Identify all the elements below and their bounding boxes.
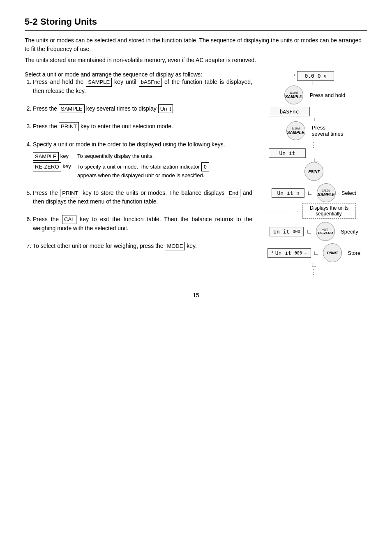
diag-section-6: ° Un it 000 ← ∟ PRINT Store ∟ ⋮	[261, 243, 367, 273]
key-table: SAMPLE key To sequentially display the u…	[33, 152, 252, 180]
screen-2: bASFnc	[269, 107, 310, 116]
title-divider	[25, 30, 367, 31]
left-column: Select a unit or mode and arrange the se…	[25, 71, 252, 275]
print-key-2: PRINT	[60, 189, 80, 198]
step5-text: Press the PRINT key to store the units o…	[33, 190, 252, 205]
select-intro: Select a unit or mode and arrange the se…	[25, 71, 252, 78]
screen-4: Un it g	[272, 188, 304, 198]
btn-main-3: SAMPLE	[318, 192, 335, 197]
arrow-down-4: ∟	[306, 228, 312, 235]
label-press-2: Press	[312, 125, 344, 131]
diag-section-1: ° 0.0 0 g ∟ 1/10d SAMPLE Press and hold	[261, 71, 367, 104]
step-3: Press the PRINT key to enter the unit se…	[33, 122, 252, 131]
diag-section-2: bASFnc ∟ 1/10d SAMPLE Press several time…	[261, 107, 367, 146]
step6-text: Press the CAL key to exit the function t…	[33, 216, 252, 231]
sample-key-desc: To sequentially display the units.	[77, 152, 252, 161]
screen3-text: Un it	[279, 150, 295, 156]
print-btn-2[interactable]: PRINT	[323, 243, 342, 262]
sample-key-2: SAMPLE	[59, 104, 85, 113]
step7-text: To select other unit or mode for weighin…	[33, 243, 197, 249]
rezero-key-cell: RE-ZERO key	[33, 162, 74, 180]
sample-key-1: SAMPLE	[86, 78, 112, 87]
sample-key-label: SAMPLE	[33, 152, 59, 161]
end-display: End	[227, 189, 240, 198]
sample-btn-2[interactable]: 1/10d SAMPLE	[286, 121, 305, 140]
label-select: Select	[341, 190, 356, 196]
screen6-text: Un it	[275, 250, 291, 256]
sample-btn-3[interactable]: 1/10d SAMPLE	[317, 183, 336, 202]
screen-6: ° Un it 000 ←	[267, 248, 311, 258]
step4-text: Specify a unit or mode in the order to b…	[33, 141, 225, 148]
btn-main-print-2: PRINT	[327, 251, 338, 255]
screen6-disp: 000	[295, 251, 302, 255]
screen1-unit: g	[324, 74, 327, 78]
btn-main-print-1: PRINT	[309, 169, 320, 173]
step-6: Press the CAL key to exit the function t…	[33, 215, 252, 233]
screen1-text: 0.0 0	[304, 73, 321, 79]
screen4-unit: g	[297, 191, 299, 195]
print-btn-1[interactable]: PRINT	[304, 162, 323, 181]
unit-display: Un it	[158, 104, 173, 113]
print-key-1: PRINT	[59, 122, 79, 131]
arrow-2: ∟	[309, 117, 319, 121]
arrow-right-1: ∟	[307, 190, 313, 196]
right-column: ° 0.0 0 g ∟ 1/10d SAMPLE Press and hold	[261, 71, 367, 275]
select-note: Displays the units sequentially.	[302, 203, 356, 219]
basfnc-display: bASFnc	[139, 78, 162, 87]
arrow-down-5: ∟	[314, 250, 319, 256]
step-7: To select other unit or mode for weighin…	[33, 242, 252, 251]
btn-main-rz: RE-ZERO	[318, 231, 333, 235]
screen2-text: bASFnc	[280, 109, 299, 115]
sample-btn-1[interactable]: 1/10d SAMPLE	[284, 86, 303, 104]
rezero-desc2: appears when the displayed unit or mode …	[77, 172, 204, 178]
screen5-disp: 000	[293, 229, 300, 234]
label-press-hold: Press and hold	[310, 92, 346, 98]
label-specify: Specify	[341, 229, 358, 235]
screen4-text: Un it	[277, 190, 293, 196]
sample-key-cell: SAMPLE key	[33, 152, 74, 161]
screen-3: Un it	[269, 148, 306, 158]
indicator-o: O	[204, 163, 207, 171]
rezero-key-desc: To specify a unit or mode. The stabiliza…	[77, 162, 252, 180]
diag-section-3: Un it ∟ PRINT	[261, 148, 367, 181]
intro-text-2: The units stored are maintained in non-v…	[25, 56, 367, 65]
page-number: 15	[25, 292, 367, 298]
rezero-desc1: To specify a unit or mode. The stabiliza…	[77, 164, 200, 170]
step-1: Press and hold the SAMPLE key until bASF…	[33, 78, 252, 95]
btn-main-1: SAMPLE	[285, 95, 302, 99]
step-4: Specify a unit or mode in the order to b…	[33, 140, 252, 180]
btn-top-rz: +0/T-	[322, 228, 329, 231]
btn-top-2: 1/10d	[291, 127, 300, 130]
label-store: Store	[348, 250, 360, 256]
label-several: several times	[312, 131, 344, 137]
diag-section-4: Un it g ∟ 1/10d SAMPLE Select → Displays…	[261, 183, 367, 220]
degree-1: °	[294, 74, 295, 78]
arrow-6: ∟	[261, 262, 367, 267]
screen-5: Un it 000	[270, 227, 304, 236]
arrow-3: ∟	[309, 158, 319, 162]
diag-section-5: Un it 000 ∟ +0/T- RE-ZERO Specify	[261, 222, 367, 241]
step1-text1: Press and hold the SAMPLE key until bASF…	[33, 79, 252, 94]
page-title: 5-2 Storing Units	[25, 16, 367, 27]
degree-2: °	[271, 251, 274, 255]
stab-indicator: O	[201, 162, 209, 171]
screen6-arrow: ←	[304, 250, 307, 256]
step-2: Press the SAMPLE key several times to di…	[33, 104, 252, 113]
screen5-text: Un it	[273, 229, 289, 235]
main-layout: Select a unit or mode and arrange the se…	[25, 71, 367, 275]
btn-top-1: 1/10d	[289, 91, 297, 95]
mode-key: MODE	[165, 242, 185, 251]
step2-text: Press the SAMPLE key several times to di…	[33, 105, 175, 112]
dots-1: ⋮	[310, 140, 318, 146]
arrow-1: ∟	[261, 81, 367, 86]
dots-2: ⋮	[310, 267, 318, 273]
steps-list: Press and hold the SAMPLE key until bASF…	[25, 78, 252, 250]
cal-key: CAL	[62, 215, 76, 224]
diagram: ° 0.0 0 g ∟ 1/10d SAMPLE Press and hold	[261, 71, 367, 275]
btn-top-3: 1/10d	[322, 189, 330, 192]
rezero-btn[interactable]: +0/T- RE-ZERO	[316, 222, 335, 241]
rezero-key-label: RE-ZERO	[33, 162, 61, 171]
btn-main-2: SAMPLE	[287, 130, 304, 135]
step-5: Press the PRINT key to store the units o…	[33, 189, 252, 206]
step3-text: Press the PRINT key to enter the unit se…	[33, 123, 173, 130]
